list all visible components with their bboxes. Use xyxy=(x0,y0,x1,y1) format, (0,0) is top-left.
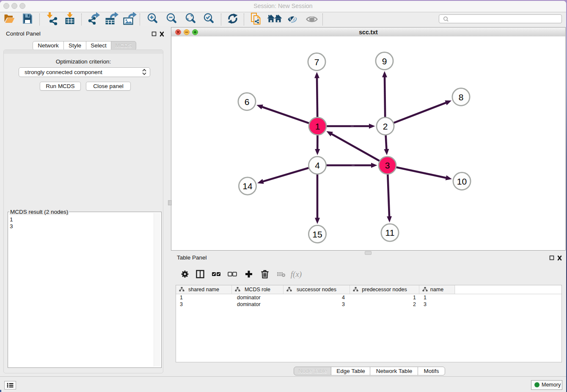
svg-text:9: 9 xyxy=(382,56,387,66)
svg-text:14: 14 xyxy=(242,181,253,191)
svg-text:15: 15 xyxy=(312,229,322,239)
svg-text:2: 2 xyxy=(383,121,388,131)
svg-text:6: 6 xyxy=(245,97,250,107)
svg-text:10: 10 xyxy=(457,177,467,186)
svg-text:11: 11 xyxy=(385,228,395,237)
svg-text:f(x): f(x) xyxy=(291,270,302,279)
svg-text:3: 3 xyxy=(385,160,390,170)
svg-text:4: 4 xyxy=(315,160,320,170)
svg-text:7: 7 xyxy=(314,57,319,67)
svg-text:1: 1 xyxy=(315,121,320,131)
svg-text:8: 8 xyxy=(459,92,464,102)
